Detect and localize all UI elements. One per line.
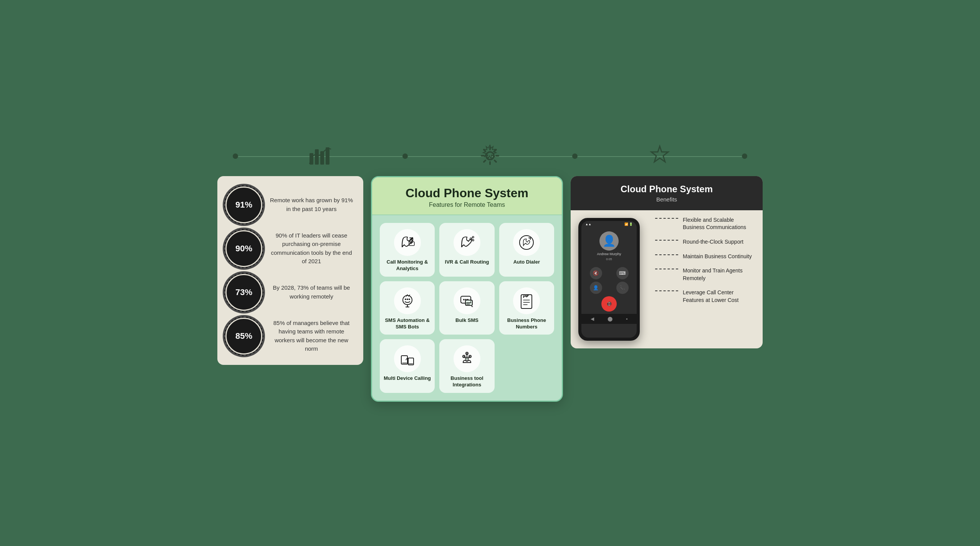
feature-call-monitoring: Call Monitoring & Analytics — [380, 223, 435, 277]
feature-integrations: Business tool Integrations — [439, 339, 494, 393]
center-panel: Cloud Phone System Features for Remote T… — [371, 176, 563, 402]
phone-call-time: 0:05 — [606, 257, 612, 261]
page-wrapper: 91% Remote work has grown by 91% in the … — [217, 144, 763, 402]
ivr-icon — [454, 229, 480, 256]
multi-device-icon — [394, 345, 421, 372]
phone-section: ▲▲ 📶 🔋 👤 Andrew Murphy 0:05 🔇 ⌨ — [571, 210, 647, 348]
benefit-text-2: Round-the-Clock Support — [683, 238, 743, 246]
left-panel: 91% Remote work has grown by 91% in the … — [217, 176, 363, 365]
benefit-text-1: Flexible and Scalable Business Communica… — [683, 216, 755, 231]
feature-phone-numbers-label: Business Phone Numbers — [502, 317, 551, 330]
benefit-text-4: Monitor and Train Agents Remotely — [683, 267, 755, 282]
benefit-dash-3 — [655, 253, 678, 255]
benefit-item-3: Maintain Business Continuity — [655, 253, 755, 261]
timeline-bar — [217, 144, 763, 168]
stat-percentage-73: 73% — [235, 287, 252, 297]
benefit-item-2: Round-the-Clock Support — [655, 238, 755, 246]
phone-contact-name: Andrew Murphy — [597, 252, 621, 256]
stat-percentage-90: 90% — [235, 244, 252, 254]
stat-row-73: 73% By 2028, 73% of teams will be workin… — [227, 275, 354, 310]
phone-avatar-area: 👤 Andrew Murphy 0:05 — [581, 228, 637, 265]
stat-percentage-85: 85% — [235, 331, 252, 341]
svg-rect-1 — [315, 149, 319, 165]
integrations-icon — [454, 345, 480, 372]
main-layout: 91% Remote work has grown by 91% in the … — [217, 176, 763, 402]
stat-row-91: 91% Remote work has grown by 91% in the … — [227, 188, 354, 222]
feature-multi-device: Multi Device Calling — [380, 339, 435, 393]
feature-phone-numbers: Business Phone Numbers — [499, 281, 554, 335]
stat-text-85: 85% of managers believe that having team… — [269, 319, 354, 353]
right-panel-title: Cloud Phone System — [580, 184, 753, 195]
svg-point-13 — [409, 299, 410, 300]
benefit-item-5: Leverage Call Center Features at Lower C… — [655, 289, 755, 304]
stat-row-85: 85% 85% of managers believe that having … — [227, 319, 354, 353]
right-panel-body: ▲▲ 📶 🔋 👤 Andrew Murphy 0:05 🔇 ⌨ — [571, 210, 763, 348]
benefit-item-4: Monitor and Train Agents Remotely — [655, 267, 755, 282]
feature-auto-dialer: Auto Dialer — [499, 223, 554, 277]
timeline-dot-3 — [572, 153, 578, 159]
star-icon — [648, 144, 671, 168]
benefit-dash-1 — [655, 216, 678, 219]
center-header: Cloud Phone System Features for Remote T… — [372, 177, 562, 215]
benefit-dash-2 — [655, 238, 678, 241]
right-panel-subtitle: Benefits — [580, 196, 753, 203]
stat-text-90: 90% of IT leaders will cease purchasing … — [269, 231, 354, 266]
feature-sms-automation: SMS Automation & SMS Bots — [380, 281, 435, 335]
benefit-dash-5 — [655, 289, 678, 291]
feature-bulk-sms: Bulk SMS — [439, 281, 494, 335]
stat-circle-85: 85% — [227, 319, 261, 353]
svg-point-12 — [407, 299, 408, 300]
phone-call-buttons: 🔇 ⌨ 👤 📞 📵 — [581, 265, 637, 314]
timeline-dot-4 — [742, 153, 747, 159]
features-grid: Call Monitoring & Analytics IVR & Call R… — [372, 215, 562, 401]
sms-automation-icon — [394, 287, 421, 314]
stat-circle-73: 73% — [227, 275, 261, 310]
svg-point-6 — [470, 238, 472, 239]
phone-mockup: ▲▲ 📶 🔋 👤 Andrew Murphy 0:05 🔇 ⌨ — [578, 218, 640, 341]
phone-end-call-btn[interactable]: 📵 — [601, 296, 617, 312]
benefit-text-5: Leverage Call Center Features at Lower C… — [683, 289, 755, 304]
right-panel-header: Cloud Phone System Benefits — [571, 176, 763, 210]
svg-point-11 — [405, 299, 406, 300]
feature-call-monitoring-label: Call Monitoring & Analytics — [383, 259, 432, 272]
gear-icon — [478, 144, 502, 168]
call-monitoring-icon — [394, 229, 421, 256]
svg-point-15 — [463, 299, 465, 300]
feature-ivr-label: IVR & Call Routing — [445, 259, 489, 266]
bulk-sms-icon — [454, 287, 480, 314]
benefit-item-1: Flexible and Scalable Business Communica… — [655, 216, 755, 231]
timeline-dot-1 — [233, 153, 238, 159]
phone-bottom-bar: ◀ ⬤ ▪ — [581, 314, 637, 324]
phone-screen: ▲▲ 📶 🔋 👤 Andrew Murphy 0:05 🔇 ⌨ — [581, 221, 637, 338]
feature-ivr: IVR & Call Routing — [439, 223, 494, 277]
phone-numbers-icon — [513, 287, 540, 314]
bars-icon — [309, 145, 332, 167]
benefit-dash-4 — [655, 267, 678, 269]
auto-dialer-icon — [513, 229, 540, 256]
phone-speaker-btn[interactable]: 🔇 — [590, 267, 602, 279]
stat-circle-90: 90% — [227, 231, 261, 266]
feature-multi-device-label: Multi Device Calling — [384, 375, 431, 382]
right-panel: Cloud Phone System Benefits ▲▲ 📶 🔋 👤 — [571, 176, 763, 348]
stat-text-91: Remote work has grown by 91% in the past… — [269, 196, 354, 213]
stat-text-73: By 2028, 73% of teams will be working re… — [269, 284, 354, 301]
phone-contact-btn[interactable]: 👤 — [590, 282, 602, 294]
benefit-text-3: Maintain Business Continuity — [683, 253, 752, 261]
center-subtitle: Features for Remote Teams — [380, 201, 554, 208]
stat-circle-91: 91% — [227, 188, 261, 222]
phone-status-bar: ▲▲ 📶 🔋 — [581, 221, 637, 228]
feature-integrations-label: Business tool Integrations — [442, 375, 491, 388]
phone-keypad-btn[interactable]: ⌨ — [616, 267, 629, 279]
phone-avatar: 👤 — [599, 231, 619, 251]
svg-point-25 — [465, 357, 468, 360]
stat-percentage-91: 91% — [235, 200, 252, 210]
feature-sms-automation-label: SMS Automation & SMS Bots — [383, 317, 432, 330]
timeline-dot-2 — [402, 153, 408, 159]
svg-point-8 — [472, 239, 474, 241]
feature-auto-dialer-label: Auto Dialer — [513, 259, 540, 266]
phone-add-call-btn[interactable]: 📞 — [616, 282, 629, 294]
center-title: Cloud Phone System — [380, 186, 554, 200]
svg-point-9 — [520, 236, 533, 249]
stat-row-90: 90% 90% of IT leaders will cease purchas… — [227, 231, 354, 266]
benefits-list: Flexible and Scalable Business Communica… — [647, 210, 763, 348]
